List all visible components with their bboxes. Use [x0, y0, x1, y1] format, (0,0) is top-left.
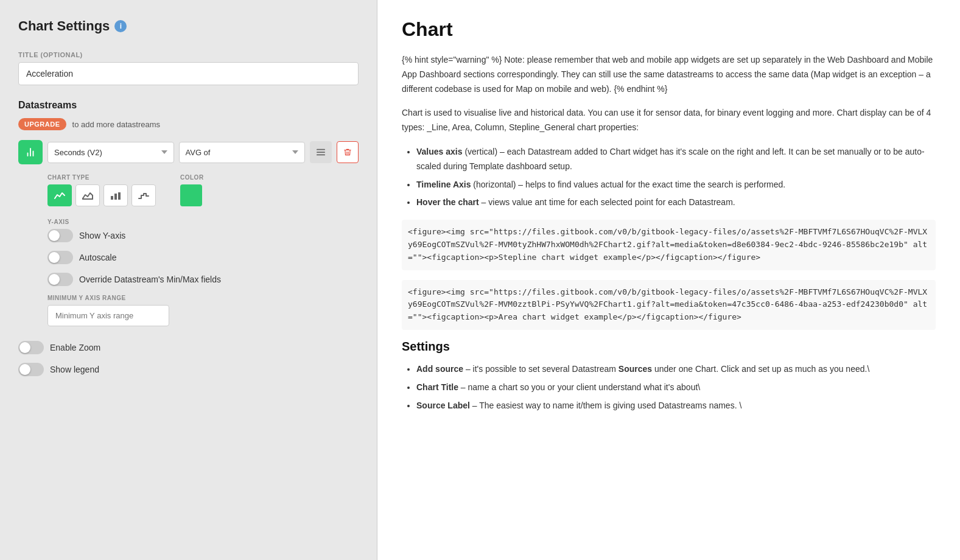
datastream-icon [18, 140, 43, 164]
svg-rect-4 [317, 152, 325, 153]
chart-type-step-btn[interactable] [131, 184, 156, 206]
chart-type-line-btn[interactable] [47, 184, 72, 206]
doc-warning: {% hint style="warning" %} Note: please … [402, 53, 936, 96]
chart-type-area-btn[interactable] [75, 184, 100, 206]
figure1-code: <figure><img src="https://files.gitbook.… [402, 220, 936, 270]
datastream-select[interactable]: Seconds (V2) [47, 142, 174, 163]
title-field-group: TITLE (OPTIONAL) [18, 51, 359, 85]
autoscale-label: Autoscale [79, 253, 116, 262]
chart-type-label: CHART TYPE [47, 174, 156, 181]
color-group: COLOR [180, 174, 204, 209]
min-range-group: MINIMUM Y AXIS RANGE [47, 295, 359, 326]
delete-button[interactable] [337, 141, 359, 163]
svg-rect-10 [114, 194, 117, 200]
chart-type-group: CHART TYPE [47, 174, 156, 206]
enable-zoom-row: Enable Zoom [18, 341, 359, 354]
info-icon[interactable]: i [114, 20, 127, 32]
figure2-code: <figure><img src="https://files.gitbook.… [402, 280, 936, 330]
settings-title: Settings [402, 340, 936, 354]
autoscale-row: Autoscale [47, 251, 359, 264]
show-yaxis-label: Show Y-axis [79, 231, 125, 240]
upgrade-text: to add more datastreams [72, 120, 161, 129]
svg-rect-5 [317, 155, 325, 156]
enable-zoom-label: Enable Zoom [50, 343, 100, 352]
show-yaxis-toggle[interactable] [47, 229, 73, 242]
upgrade-badge[interactable]: UPGRADE [18, 118, 66, 130]
svg-rect-9 [111, 196, 113, 200]
yaxis-label: Y-AXIS [47, 219, 359, 225]
autoscale-toggle[interactable] [47, 251, 73, 264]
move-button[interactable] [310, 141, 332, 163]
show-legend-toggle[interactable] [18, 363, 44, 376]
override-label: Override Datastream's Min/Max fields [79, 275, 221, 284]
upgrade-row: UPGRADE to add more datastreams [18, 118, 359, 130]
doc-bullets: Values axis (vertical) – each Datastream… [402, 145, 936, 210]
setting-source-label: Source Label – The easiest way to name i… [416, 399, 936, 413]
chart-type-section: CHART TYPE [18, 174, 359, 209]
override-toggle[interactable] [47, 273, 73, 286]
aggregation-select[interactable]: AVG of [179, 142, 306, 163]
enable-zoom-toggle[interactable] [18, 341, 44, 354]
datastream-row: Seconds (V2) AVG of [18, 140, 359, 164]
datastreams-section-title: Datastreams [18, 100, 359, 111]
svg-rect-11 [118, 192, 121, 200]
left-panel: Chart Settings i TITLE (OPTIONAL) Datast… [0, 0, 377, 560]
bullet-values-axis: Values axis (vertical) – each Datastream… [416, 145, 936, 174]
bullet-timeline-axis: Timeline Axis (horizontal) – helps to fi… [416, 178, 936, 192]
setting-chart-title: Chart Title – name a chart so you or you… [416, 380, 936, 395]
title-input[interactable] [18, 62, 359, 85]
override-row: Override Datastream's Min/Max fields [47, 273, 359, 286]
right-panel: Chart {% hint style="warning" %} Note: p… [377, 0, 960, 560]
chart-type-row [47, 184, 156, 206]
setting-add-source: Add source – it's possible to set severa… [416, 362, 936, 377]
min-range-input[interactable] [47, 305, 169, 326]
title-field-label: TITLE (OPTIONAL) [18, 51, 359, 58]
panel-title: Chart Settings i [18, 18, 359, 34]
show-legend-row: Show legend [18, 363, 359, 376]
color-label: COLOR [180, 174, 204, 181]
bottom-section: Enable Zoom Show legend [18, 341, 359, 376]
chart-type-bar-btn[interactable] [103, 184, 128, 206]
doc-title: Chart [402, 18, 936, 41]
settings-bullets: Add source – it's possible to set severa… [402, 362, 936, 413]
show-legend-label: Show legend [50, 365, 99, 374]
panel-title-text: Chart Settings [18, 18, 110, 34]
min-range-label: MINIMUM Y AXIS RANGE [47, 295, 359, 301]
show-yaxis-row: Show Y-axis [47, 229, 359, 242]
doc-intro: Chart is used to visualise live and hist… [402, 106, 936, 135]
color-swatch[interactable] [180, 184, 202, 206]
yaxis-section: Y-AXIS Show Y-axis Autoscale Override Da… [18, 219, 359, 326]
svg-rect-3 [317, 149, 325, 150]
bullet-hover: Hover the chart – views value ant time f… [416, 195, 936, 210]
